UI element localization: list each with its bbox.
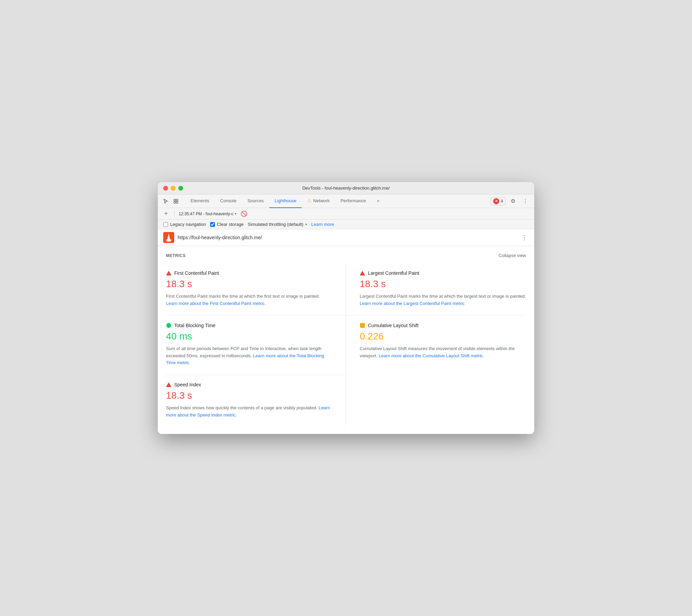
fcp-value: 18.3 s <box>166 279 332 290</box>
block-icon[interactable]: 🚫 <box>241 210 247 217</box>
metric-tbt: Total Blocking Time 40 ms Sum of all tim… <box>166 316 346 375</box>
lcp-value: 18.3 s <box>360 279 526 290</box>
metric-si: Speed Index 18.3 s Speed Index shows how… <box>166 375 346 427</box>
maximize-button[interactable] <box>178 186 183 191</box>
tbt-name: Total Blocking Time <box>174 323 216 328</box>
lcp-learn-more-link[interactable]: Learn more about the Largest Contentful … <box>360 301 464 306</box>
tab-more[interactable]: » <box>371 194 385 208</box>
tabs-container: Elements Console Sources Lighthouse ⚠ Ne… <box>185 194 491 208</box>
error-badge: ✕ <box>493 198 499 204</box>
tab-performance[interactable]: Performance <box>335 194 371 208</box>
secondary-toolbar: + 12:35:47 PM - foul-heavenly-c ▾ 🚫 <box>158 208 534 220</box>
learn-more-link[interactable]: Learn more <box>311 222 334 227</box>
url-text: https://foul-heavenly-direction.glitch.m… <box>178 235 516 240</box>
more-button[interactable]: ⋮ <box>521 196 530 206</box>
svg-rect-3 <box>176 202 178 203</box>
clear-storage-checkbox-label[interactable]: Clear storage <box>210 222 244 227</box>
inspect-icon[interactable] <box>172 197 180 205</box>
fcp-description: First Contentful Paint marks the time at… <box>166 293 332 307</box>
cls-description: Cumulative Layout Shift measures the mov… <box>360 345 526 360</box>
fcp-learn-more-link[interactable]: Learn more about the First Contentful Pa… <box>166 301 265 306</box>
lcp-name: Largest Contentful Paint <box>368 270 419 276</box>
main-content: METRICS Collapse view First Contentful P… <box>158 246 534 434</box>
tab-lighthouse[interactable]: Lighthouse <box>269 194 302 208</box>
legacy-navigation-checkbox[interactable] <box>163 222 168 227</box>
toolbar-tools <box>162 197 180 205</box>
warning-icon: ⚠ <box>307 198 311 203</box>
si-indicator-icon <box>166 382 171 387</box>
timestamp-text: 12:35:47 PM - foul-heavenly-c <box>179 211 233 216</box>
timestamp-container[interactable]: 12:35:47 PM - foul-heavenly-c ▾ <box>179 211 236 216</box>
tbt-value: 40 ms <box>166 331 332 342</box>
metric-cls: Cumulative Layout Shift 0.226 Cumulative… <box>346 316 526 375</box>
si-description: Speed Index shows how quickly the conten… <box>166 405 332 419</box>
devtools-window: DevTools - foul-heavenly-direction.glitc… <box>158 182 534 434</box>
tbt-description: Sum of all time periods between FCP and … <box>166 345 332 367</box>
si-learn-more-link[interactable]: Learn more about the Speed Index metric <box>166 405 330 418</box>
error-count-container[interactable]: ✕ 4 <box>491 197 505 205</box>
fcp-indicator-icon <box>166 270 171 276</box>
legacy-navigation-label: Legacy navigation <box>170 222 206 227</box>
tab-network[interactable]: ⚠ Network <box>302 194 335 208</box>
svg-rect-2 <box>174 202 176 203</box>
title-bar: DevTools - foul-heavenly-direction.glitc… <box>158 182 534 194</box>
tab-elements[interactable]: Elements <box>185 194 215 208</box>
cls-name: Cumulative Layout Shift <box>368 323 419 328</box>
metrics-grid: First Contentful Paint 18.3 s First Cont… <box>166 264 526 427</box>
metric-lcp: Largest Contentful Paint 18.3 s Largest … <box>346 264 526 316</box>
metric-lcp-header: Largest Contentful Paint <box>360 270 526 276</box>
lcp-description: Largest Contentful Paint marks the time … <box>360 293 526 307</box>
fcp-name: First Contentful Paint <box>174 270 219 276</box>
svg-rect-6 <box>166 240 171 241</box>
options-toolbar: Legacy navigation Clear storage Simulate… <box>158 220 534 229</box>
cls-indicator-icon <box>360 323 365 328</box>
metric-fcp: First Contentful Paint 18.3 s First Cont… <box>166 264 346 316</box>
si-value: 18.3 s <box>166 390 332 401</box>
metric-cls-header: Cumulative Layout Shift <box>360 323 526 328</box>
metrics-header: METRICS Collapse view <box>166 253 526 258</box>
collapse-view-button[interactable]: Collapse view <box>499 253 526 258</box>
cls-value: 0.226 <box>360 331 526 342</box>
si-name: Speed Index <box>174 382 201 387</box>
svg-rect-0 <box>174 199 176 201</box>
settings-button[interactable]: ⚙ <box>508 196 518 206</box>
minimize-button[interactable] <box>171 186 176 191</box>
legacy-navigation-checkbox-label[interactable]: Legacy navigation <box>163 222 206 227</box>
separator <box>174 211 175 217</box>
cls-learn-more-link[interactable]: Learn more about the Cumulative Layout S… <box>379 353 483 358</box>
toolbar-right: ✕ 4 ⚙ ⋮ <box>491 196 530 206</box>
throttling-label: Simulated throttling (default) ▾ <box>248 222 307 227</box>
url-bar-menu-button[interactable]: ⋮ <box>520 232 529 243</box>
close-button[interactable] <box>163 186 168 191</box>
cursor-icon[interactable] <box>162 197 169 205</box>
dropdown-arrow-icon: ▾ <box>235 212 236 216</box>
tbt-learn-more-link[interactable]: Learn more about the Total Blocking Time… <box>166 353 324 365</box>
lighthouse-logo-icon <box>163 232 174 243</box>
tab-bar: Elements Console Sources Lighthouse ⚠ Ne… <box>158 194 534 208</box>
traffic-lights <box>163 186 183 191</box>
window-title: DevTools - foul-heavenly-direction.glitc… <box>302 185 389 191</box>
error-count: 4 <box>501 199 503 204</box>
url-bar: https://foul-heavenly-direction.glitch.m… <box>158 229 534 246</box>
metrics-title: METRICS <box>166 253 186 258</box>
tab-sources[interactable]: Sources <box>242 194 269 208</box>
tab-console[interactable]: Console <box>215 194 242 208</box>
metric-fcp-header: First Contentful Paint <box>166 270 332 276</box>
clear-storage-label: Clear storage <box>217 222 244 227</box>
tbt-indicator-icon <box>166 323 171 328</box>
svg-rect-1 <box>176 199 178 201</box>
lcp-indicator-icon <box>360 270 365 276</box>
clear-storage-checkbox[interactable] <box>210 222 215 227</box>
metric-si-header: Speed Index <box>166 382 332 387</box>
add-button[interactable]: + <box>162 210 170 218</box>
metric-tbt-header: Total Blocking Time <box>166 323 332 328</box>
